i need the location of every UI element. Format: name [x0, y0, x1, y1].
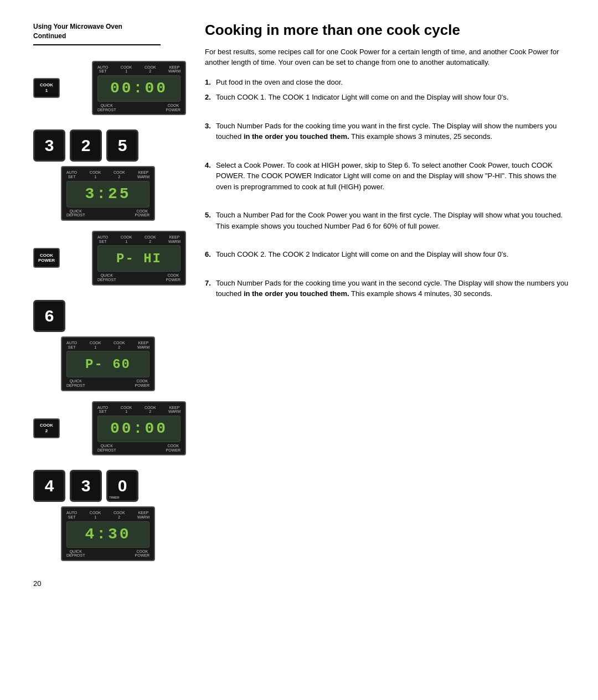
cook2-button[interactable]: COOK 2: [33, 418, 60, 438]
step6-text: Touch COOK 2. The COOK 2 Indicator Light…: [216, 250, 508, 258]
step4-row: COOK POWER AUTOSET COOK1 COOK2 KEEPWARM …: [33, 231, 186, 286]
panel6-bottom-labels: QUICKDEFROST COOKPOWER: [66, 549, 150, 558]
display-wrapper-4: AUTOSET COOK1 COOK2 KEEPWARM P- 60 QUICK…: [33, 336, 155, 391]
step-block-3: 3 2 5 AUTOSET COOK1 COOK2 KEEPWARM 3:25 …: [33, 129, 188, 221]
display-panel-6: AUTOSET COOK1 COOK2 KEEPWARM 4:30 QUICKD…: [61, 506, 155, 561]
display-readout-3: P- HI: [97, 245, 181, 272]
step-item-5: 5. Touch a Number Pad for the Cook Power…: [205, 210, 570, 231]
step-item-6: 6. Touch COOK 2. The COOK 2 Indicator Li…: [205, 249, 570, 260]
numpad-6: 6: [33, 300, 65, 332]
numpad-btn-2[interactable]: 2: [70, 129, 102, 162]
step6-row: COOK 2 AUTOSET COOK1 COOK2 KEEPWARM 00:0…: [33, 401, 186, 456]
panel2-top-labels: AUTOSET COOK1 COOK2 KEEPWARM: [66, 170, 150, 179]
display-panel-1: AUTOSET COOK1 COOK2 KEEPWARM 00:00 QUICK…: [92, 61, 186, 116]
numpad-btn-3[interactable]: 3: [33, 129, 65, 162]
numpad-btn-5[interactable]: 5: [106, 129, 138, 162]
panel6-top-labels: AUTOSET COOK1 COOK2 KEEPWARM: [66, 511, 150, 519]
display-panel-5: AUTOSET COOK1 COOK2 KEEPWARM 00:00 QUICK…: [92, 401, 186, 456]
numpad-btn-6[interactable]: 6: [33, 300, 65, 332]
step-block-6: COOK 2 AUTOSET COOK1 COOK2 KEEPWARM 00:0…: [33, 401, 188, 460]
page-number: 20: [33, 579, 41, 588]
display-wrapper-6: AUTOSET COOK1 COOK2 KEEPWARM 4:30 QUICKD…: [33, 506, 155, 561]
display-panel-4: AUTOSET COOK1 COOK2 KEEPWARM P- 60 QUICK…: [61, 336, 155, 391]
display-readout-2: 3:25: [66, 181, 150, 208]
section-header: Using Your Microwave Oven Continued: [33, 22, 161, 56]
display-panel-3: AUTOSET COOK1 COOK2 KEEPWARM P- HI QUICK…: [92, 231, 186, 286]
panel5-bottom-labels: QUICKDEFROST COOKPOWER: [97, 444, 181, 452]
step5-text: Touch a Number Pad for the Cook Power yo…: [216, 211, 563, 230]
numpad-btn-3b[interactable]: 3: [70, 470, 102, 502]
step-block-5: 6 AUTOSET COOK1 COOK2 KEEPWARM P- 60 QUI…: [33, 300, 188, 391]
panel2-bottom-labels: QUICKDEFROST COOKPOWER: [66, 209, 150, 217]
steps-list: 1. Put food in the oven and close the do…: [205, 77, 570, 307]
numpad-btn-0[interactable]: 0 TIMER: [106, 470, 138, 502]
step-block-4: COOK POWER AUTOSET COOK1 COOK2 KEEPWARM …: [33, 231, 188, 290]
panel4-bottom-labels: QUICKDEFROST COOKPOWER: [66, 379, 150, 387]
panel3-bottom-labels: QUICKDEFROST COOKPOWER: [97, 273, 181, 282]
step2-text: Touch COOK 1. The COOK 1 Indicator Light…: [216, 93, 508, 101]
cook1-button[interactable]: COOK 1: [33, 78, 60, 98]
step-block-7: 4 3 0 TIMER AUTOSET COOK1 COOK2 KEEPWARM…: [33, 470, 188, 561]
divider: [33, 44, 161, 45]
section-title: Using Your Microwave Oven: [33, 22, 161, 32]
numpad-325: 3 2 5: [33, 129, 138, 162]
panel5-top-labels: AUTOSET COOK1 COOK2 KEEPWARM: [97, 406, 181, 414]
step-block-1: COOK 1 AUTOSET COOK1 COOK2 KEEPWARM 00:0…: [33, 61, 188, 120]
display-readout-6: 4:30: [66, 521, 150, 548]
step3-bold: in the order you touched them.: [244, 132, 349, 141]
left-column: Using Your Microwave Oven Continued COOK…: [33, 22, 188, 571]
panel1-top-labels: AUTOSET COOK1 COOK2 KEEPWARM: [97, 65, 181, 74]
right-column: Cooking in more than one cook cycle For …: [205, 22, 570, 571]
display-wrapper-2: AUTOSET COOK1 COOK2 KEEPWARM 3:25 QUICKD…: [33, 166, 155, 221]
step7-bold: in the order you touched them.: [244, 289, 349, 298]
panel3-top-labels: AUTOSET COOK1 COOK2 KEEPWARM: [97, 235, 181, 243]
intro-paragraph: For best results, some recipes call for …: [205, 46, 570, 68]
display-readout-1: 00:00: [97, 75, 181, 102]
step1-row: COOK 1 AUTOSET COOK1 COOK2 KEEPWARM 00:0…: [33, 61, 186, 116]
step4-text: Select a Cook Power. To cook at HIGH pow…: [216, 161, 556, 191]
cook-power-button[interactable]: COOK POWER: [33, 248, 60, 268]
numpad-430: 4 3 0 TIMER: [33, 470, 138, 502]
panel1-bottom-labels: QUICKDEFROST COOKPOWER: [97, 103, 181, 112]
step1-text: Put food in the oven and close the door.: [216, 78, 343, 86]
numpad-btn-4[interactable]: 4: [33, 470, 65, 502]
panel4-top-labels: AUTOSET COOK1 COOK2 KEEPWARM: [66, 341, 150, 349]
step-item-3: 3. Touch Number Pads for the cooking tim…: [205, 121, 570, 142]
step-item-7: 7. Touch Number Pads for the cooking tim…: [205, 278, 570, 299]
step-item-1: 1. Put food in the oven and close the do…: [205, 77, 570, 88]
page-title: Cooking in more than one cook cycle: [205, 22, 570, 39]
step-item-2: 2. Touch COOK 1. The COOK 1 Indicator Li…: [205, 92, 570, 103]
section-continued: Continued: [33, 32, 161, 41]
display-readout-4: P- 60: [66, 351, 150, 377]
step-item-4: 4. Select a Cook Power. To cook at HIGH …: [205, 160, 570, 193]
display-panel-2: AUTOSET COOK1 COOK2 KEEPWARM 3:25 QUICKD…: [61, 166, 155, 221]
display-readout-5: 00:00: [97, 416, 181, 442]
